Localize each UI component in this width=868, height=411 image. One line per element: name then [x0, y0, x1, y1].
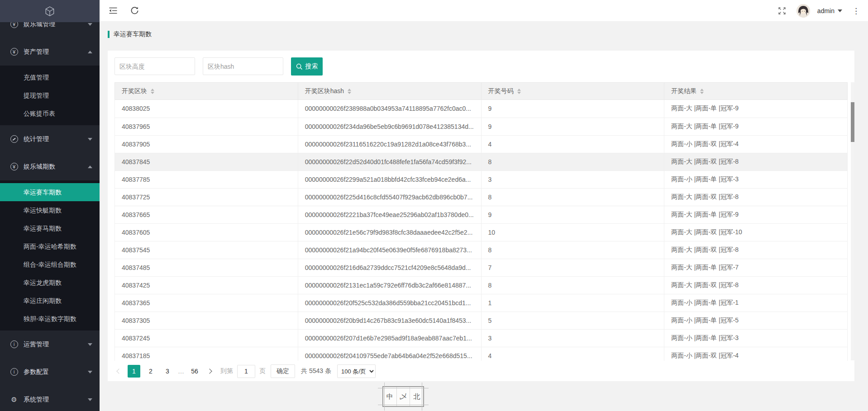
- cell-result: 两面-小 |两面-双 |冠军-4: [664, 347, 848, 361]
- sidebar-subitem-1-0[interactable]: 充值管理: [0, 68, 100, 86]
- cell-result: 两面-小 |两面-单 |冠军-1: [664, 294, 848, 312]
- cell-result: 两面-小 |两面-双 |冠军-4: [664, 135, 848, 153]
- collapse-sidebar-button[interactable]: [109, 7, 118, 14]
- cell-hash: 00000000026f225d416c8cfd55407f929acb62db…: [298, 188, 481, 206]
- cell-result: 两面-小 |两面-单 |冠军-3: [664, 329, 848, 347]
- cell-result: 两面-大 |两面-单 |冠军-9: [664, 100, 848, 118]
- table-row: 4083790500000000026f23116516220c19a91282…: [115, 135, 848, 153]
- sidebar-subitem-3-1[interactable]: 幸运快艇期数: [0, 201, 100, 219]
- sidebar-item-1[interactable]: ¥资产管理: [0, 38, 100, 66]
- info-circle-icon: i: [10, 368, 18, 376]
- column-header-0: 开奖区块: [115, 83, 298, 100]
- sort-icon[interactable]: [348, 89, 351, 94]
- sidebar-subitem-1-2[interactable]: 公账提币表: [0, 104, 100, 123]
- cell-block: 40837425: [115, 276, 298, 294]
- sidebar-subitem-3-6[interactable]: 幸运庄闲期数: [0, 292, 100, 310]
- data-card: 搜索 开奖区块开奖区块hash开奖号码开奖结果 4083802500000000…: [108, 51, 854, 381]
- sort-icon[interactable]: [700, 89, 704, 94]
- cell-number: 5: [481, 312, 664, 329]
- chevron-left-icon: [116, 368, 121, 373]
- page-button-3[interactable]: 3: [161, 365, 174, 378]
- main-area: admin ⋮ 幸运赛车期数 搜索: [100, 0, 868, 411]
- goto-page-input[interactable]: [237, 365, 255, 378]
- column-header-label: 开奖号码: [488, 87, 514, 95]
- sidebar-item-6[interactable]: ⚙系统管理: [0, 386, 100, 411]
- table-row: 4083718500000000026f204109755ede7ab64b6a…: [115, 347, 848, 361]
- cell-hash: 00000000026f21e56c79f9d983f8cfc38daaaede…: [298, 223, 481, 241]
- sidebar-subitem-3-7[interactable]: 独胆-幸运数字期数: [0, 310, 100, 328]
- page-button-56[interactable]: 56: [188, 365, 201, 378]
- cell-result: 两面-小 |两面-单 |冠军-5: [664, 312, 848, 329]
- sidebar-subitem-3-0[interactable]: 幸运赛车期数: [0, 183, 100, 201]
- sidebar-item-5[interactable]: i参数配置: [0, 358, 100, 386]
- sidebar-subitem-1-1[interactable]: 提现管理: [0, 86, 100, 104]
- page-button-1[interactable]: 1: [128, 365, 140, 378]
- cell-block: 40837485: [115, 259, 298, 276]
- pagination-next-button[interactable]: [205, 365, 214, 378]
- sidebar-subitem-3-4[interactable]: 组合-幸运组合期数: [0, 255, 100, 274]
- cell-number: 8: [481, 188, 664, 206]
- table-row: 4083742500000000026f2131ec1a59c792e6ff76…: [115, 276, 848, 294]
- pagination-ellipsis: …: [178, 368, 184, 375]
- block-hash-input[interactable]: [203, 57, 283, 75]
- table-row: 4083772500000000026f225d416c8cfd55407f92…: [115, 188, 848, 206]
- sidebar: ¥娱乐城管理¥资产管理充值管理提现管理公账提币表统计管理¥娱乐城期数幸运赛车期数…: [0, 0, 100, 411]
- chevron-down-icon: [88, 398, 92, 401]
- table-scrollbar-thumb[interactable]: [851, 102, 854, 142]
- confirm-button[interactable]: 确定: [271, 364, 295, 378]
- cell-result: 两面-大 |两面-单 |冠军-9: [664, 118, 848, 135]
- sidebar-item-4[interactable]: i运营管理: [0, 331, 100, 358]
- cell-hash: 00000000026f216d6a2739ddcc7521cf4209e8c5…: [298, 259, 481, 276]
- sidebar-subitem-3-5[interactable]: 幸运龙虎期数: [0, 274, 100, 292]
- sidebar-nav: ¥娱乐城管理¥资产管理充值管理提现管理公账提币表统计管理¥娱乐城期数幸运赛车期数…: [0, 10, 100, 411]
- stamp-char-2: 北: [410, 387, 423, 406]
- cell-result: 两面-大 |两面-双 |冠军-8: [664, 153, 848, 170]
- sidebar-subitem-3-2[interactable]: 幸运赛马期数: [0, 219, 100, 237]
- search-icon: [296, 63, 303, 70]
- cell-result: 两面-小 |两面-单 |冠军-3: [664, 170, 848, 188]
- cell-number: 3: [481, 329, 664, 347]
- table-row: 4083760500000000026f21e56c79f9d983f8cfc3…: [115, 223, 848, 241]
- chevron-down-icon: [88, 23, 92, 26]
- sidebar-subitem-3-3[interactable]: 两面-幸运哈希期数: [0, 237, 100, 255]
- refresh-button[interactable]: [130, 6, 139, 15]
- cell-hash: 00000000026f23116516220c19a91282d1a08ce4…: [298, 135, 481, 153]
- cell-block: 40837905: [115, 135, 298, 153]
- cell-number: 4: [481, 347, 664, 361]
- content: 幸运赛车期数 搜索 开奖区块开奖区块hash开奖号码开奖结果: [100, 22, 868, 411]
- cell-block: 40837605: [115, 223, 298, 241]
- sidebar-submenu-1: 充值管理提现管理公账提币表: [0, 66, 100, 125]
- block-height-input[interactable]: [114, 57, 195, 75]
- user-menu[interactable]: admin: [817, 7, 842, 14]
- page-unit-label: 页: [259, 367, 266, 375]
- cell-hash: 00000000026f2131ec1a59c792e6ff76db3c2af6…: [298, 276, 481, 294]
- sort-icon[interactable]: [151, 89, 154, 94]
- cell-block: 40837785: [115, 170, 298, 188]
- sidebar-item-label: 系统管理: [24, 396, 88, 404]
- cell-block: 40837845: [115, 153, 298, 170]
- search-button[interactable]: 搜索: [291, 57, 323, 76]
- sort-icon[interactable]: [517, 89, 521, 94]
- cell-number: 8: [481, 276, 664, 294]
- more-options-button[interactable]: ⋮: [852, 6, 860, 15]
- chevron-down-icon: [88, 371, 92, 373]
- pagination-prev-button[interactable]: [114, 365, 124, 378]
- table-row: 4083724500000000026f207d1e6b7e2985ad9f18…: [115, 329, 848, 347]
- total-count: 共 5543 条: [301, 367, 331, 375]
- cell-block: 40837185: [115, 347, 298, 361]
- sidebar-item-2[interactable]: 统计管理: [0, 125, 100, 153]
- cell-hash: 00000000026f207d1e6b7e2985ad9f18a9eab887…: [298, 329, 481, 347]
- cell-result: 两面-大 |两面-双 |冠军-8: [664, 241, 848, 259]
- table-row: 4083730500000000026f20b9d14c267b83c91a3e…: [115, 312, 848, 329]
- sidebar-item-3[interactable]: ¥娱乐城期数: [0, 153, 100, 180]
- logo[interactable]: [0, 0, 100, 22]
- cell-result: 两面-大 |两面-单 |冠军-7: [664, 259, 848, 276]
- table-header-row: 开奖区块开奖区块hash开奖号码开奖结果: [115, 83, 848, 100]
- page-button-2[interactable]: 2: [144, 365, 157, 378]
- page-size-select[interactable]: 100 条/页: [337, 364, 376, 378]
- sidebar-item-label: 资产管理: [24, 48, 88, 56]
- avatar[interactable]: [796, 4, 810, 18]
- cell-hash: 00000000026f20f525c532da386d559bba21cc20…: [298, 294, 481, 312]
- fullscreen-button[interactable]: [777, 6, 787, 15]
- gear-icon: ⚙: [10, 396, 18, 403]
